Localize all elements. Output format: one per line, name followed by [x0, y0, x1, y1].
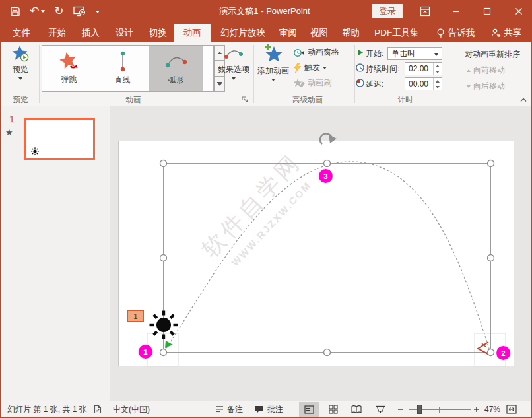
tell-me-box[interactable]: 告诉我: [430, 24, 481, 42]
trigger-label: 触发: [304, 62, 320, 73]
ribbon-display-options-button[interactable]: [414, 0, 436, 22]
tab-design[interactable]: 设计: [109, 24, 140, 42]
start-select[interactable]: 单击时: [387, 47, 442, 60]
minimize-button[interactable]: [445, 0, 467, 22]
zoom-in-button[interactable]: [473, 401, 480, 417]
login-button[interactable]: 登录: [372, 4, 403, 18]
collapse-ribbon-icon[interactable]: [519, 97, 527, 102]
powerpoint-window: ↶ ↻ 演示文稿1 - PowerPoint 登录: [0, 0, 532, 418]
gallery-item-arcs[interactable]: 弧形: [149, 46, 203, 91]
animation-painter-label: 动画刷: [308, 77, 331, 88]
undo-dropdown-caret-icon[interactable]: [41, 10, 45, 13]
more-bar-icon: [217, 82, 222, 83]
trigger-caret-icon: [323, 67, 327, 69]
title-bar: ↶ ↻ 演示文稿1 - PowerPoint 登录: [1, 0, 531, 22]
redo-button[interactable]: ↻: [54, 5, 63, 17]
status-bar: 幻灯片 第 1 张, 共 1 张 中文(中国) 备注 批注: [1, 401, 531, 417]
animation-pane-button[interactable]: 动画窗格: [294, 47, 339, 58]
reading-view-icon: [351, 405, 362, 414]
fit-to-window-button[interactable]: [506, 401, 517, 417]
delay-value: 00.00: [409, 79, 428, 88]
selection-rectangle[interactable]: [164, 164, 491, 353]
slide-thumbnail[interactable]: [24, 118, 95, 160]
qat-more-icon: [96, 9, 100, 9]
effect-options-button[interactable]: 效果选项: [216, 45, 251, 80]
move-earlier-button[interactable]: 向前移动: [467, 65, 505, 76]
preview-dropdown-caret-icon[interactable]: [18, 77, 22, 80]
tab-pdf-tools[interactable]: PDF工具集: [368, 24, 426, 42]
minus-icon: [397, 406, 404, 413]
tab-animations[interactable]: 动画: [174, 24, 211, 42]
tab-help[interactable]: 帮助: [335, 24, 366, 42]
motion-path-badge-top[interactable]: 3: [319, 169, 333, 183]
slide-sorter-view-button[interactable]: [323, 402, 343, 417]
undo-button[interactable]: ↶: [30, 5, 45, 17]
add-animation-button[interactable]: 添加动画: [255, 44, 291, 81]
start-value: 单击时: [391, 48, 415, 59]
motion-path-badge-end[interactable]: 2: [496, 346, 510, 360]
reorder-title: 对动画重新排序: [465, 49, 520, 60]
accessibility-icon: [93, 405, 102, 414]
save-button[interactable]: [10, 6, 20, 17]
zoom-slider-thumb[interactable]: [417, 405, 422, 414]
tab-home[interactable]: 开始: [42, 24, 73, 42]
animation-pane-icon: [294, 48, 305, 57]
slide-animation-star-icon[interactable]: ★: [5, 127, 13, 137]
start-select-caret-icon[interactable]: [434, 49, 442, 58]
slide-info[interactable]: 幻灯片 第 1 张, 共 1 张: [7, 401, 87, 417]
starburst-shape[interactable]: [150, 311, 178, 339]
maximize-button[interactable]: [476, 0, 498, 22]
language-indicator[interactable]: 中文(中国): [113, 401, 150, 417]
motion-path-badge-start[interactable]: 1: [139, 345, 152, 359]
tab-slideshow[interactable]: 幻灯片放映: [213, 24, 273, 42]
timing-group-label: 计时: [366, 95, 445, 105]
zoom-percent[interactable]: 47%: [484, 401, 500, 417]
ribbon: 预览 预览 弹跳 直线: [1, 42, 531, 106]
animation-painter-icon: [294, 78, 305, 88]
tab-insert[interactable]: 插入: [75, 24, 106, 42]
preview-label: 预览: [13, 64, 28, 75]
preview-button[interactable]: 预览: [5, 45, 36, 80]
duration-spin-arrows[interactable]: [433, 63, 442, 75]
duration-spinner[interactable]: 02.00: [405, 62, 442, 75]
customize-qat-button[interactable]: [96, 9, 100, 13]
slideshow-view-button[interactable]: [370, 402, 390, 417]
comments-button[interactable]: 批注: [255, 401, 283, 417]
normal-view-icon: [304, 405, 314, 414]
animation-group-label: 动画: [42, 95, 225, 105]
animation-dialog-launcher-icon[interactable]: [241, 96, 248, 103]
move-earlier-icon: [467, 69, 471, 72]
animation-pane-label: 动画窗格: [308, 47, 339, 58]
gallery-item-label: 弹跳: [61, 74, 77, 85]
reading-view-button[interactable]: [347, 402, 366, 417]
tab-view[interactable]: 视图: [304, 24, 335, 42]
delay-spinner[interactable]: 00.00: [405, 77, 442, 90]
tab-transitions[interactable]: 切换: [143, 24, 174, 42]
gallery-item-lines[interactable]: 直线: [96, 46, 149, 91]
zoom-out-button[interactable]: [397, 401, 404, 417]
advanced-group-label: 高级动画: [265, 95, 350, 105]
accessibility-checker-button[interactable]: [93, 401, 102, 417]
slide-sorter-icon: [329, 405, 338, 414]
notes-button[interactable]: 备注: [215, 401, 243, 417]
duration-value: 02.00: [409, 64, 428, 73]
animation-order-tag[interactable]: 1: [127, 310, 144, 322]
tab-review[interactable]: 审阅: [273, 24, 304, 42]
motion-path-arc[interactable]: [164, 162, 490, 351]
delay-label: 延迟:: [366, 79, 383, 90]
start-label: 开始:: [366, 48, 383, 59]
undo-icon: ↶: [30, 5, 39, 17]
close-button[interactable]: [508, 0, 530, 22]
share-button[interactable]: 共享: [485, 24, 527, 42]
gallery-item-bounce[interactable]: 弹跳: [42, 46, 96, 91]
animation-painter-button[interactable]: 动画刷: [294, 77, 331, 88]
delay-spin-arrows[interactable]: [433, 78, 442, 90]
tab-file[interactable]: 文件: [6, 24, 37, 42]
move-later-button[interactable]: 向后移动: [467, 81, 505, 92]
selection-handles[interactable]: [160, 160, 494, 356]
trigger-button[interactable]: 触发: [294, 62, 327, 73]
animation-gallery: 弹跳 直线 弧形: [42, 45, 214, 92]
normal-view-button[interactable]: [299, 402, 319, 417]
start-slideshow-button[interactable]: [73, 6, 86, 17]
rotation-handle-icon[interactable]: [320, 133, 337, 144]
